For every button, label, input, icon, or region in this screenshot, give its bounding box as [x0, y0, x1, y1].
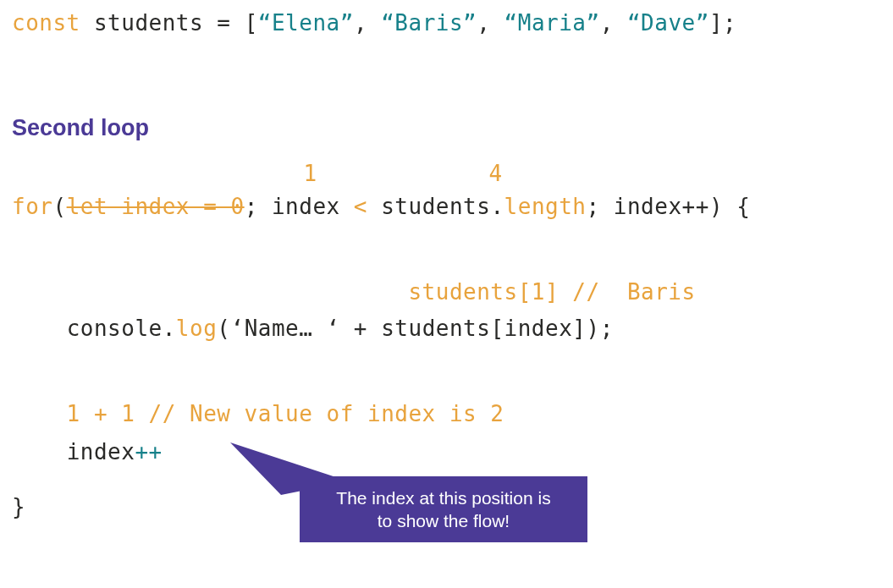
str-maria: “Maria”	[504, 10, 600, 36]
annot-one: 1	[303, 161, 317, 186]
callout: The index at this position is to show th…	[300, 476, 587, 543]
annot-new-value: 1 + 1 // New value of index is 2	[12, 398, 881, 431]
for-increment: index++	[614, 194, 709, 219]
lt-op: <	[340, 194, 381, 219]
cond-lhs: index	[272, 194, 340, 219]
index-increment-line: index++	[12, 436, 881, 469]
keyword-const: const	[12, 10, 80, 36]
inc-var: index	[67, 439, 135, 464]
annot-four: 4	[489, 161, 503, 186]
declaration-line: const students = [“Elena”, “Baris”, “Mar…	[12, 7, 881, 40]
str-elena: “Elena”	[258, 10, 354, 36]
log-fn: log	[176, 316, 217, 341]
callout-line-2: to show the flow!	[378, 511, 510, 530]
for-line: for(let index = 0; index < students.leng…	[12, 190, 881, 223]
keyword-for: for	[12, 194, 52, 219]
inc-op: ++	[135, 439, 162, 464]
annot-students-1: students[1] // Baris	[12, 276, 881, 309]
log-arg: students[index]	[381, 316, 586, 341]
loop-value-annotations: 1 4	[12, 157, 881, 190]
callout-line-1: The index at this position is	[336, 488, 550, 508]
callout-box: The index at this position is to show th…	[300, 476, 587, 543]
log-string: ‘Name… ‘	[230, 316, 339, 341]
console-log-line: console.log(‘Name… ‘ + students[index]);	[12, 312, 881, 345]
str-dave: “Dave”	[627, 10, 709, 36]
cond-rhs-obj: students	[381, 194, 490, 219]
struck-init: let index = 0	[67, 194, 245, 219]
console-obj: console	[67, 316, 163, 341]
var-students: students	[94, 10, 203, 36]
section-heading: Second loop	[12, 111, 881, 146]
cond-rhs-length: length	[504, 194, 587, 219]
str-baris: “Baris”	[381, 10, 477, 36]
